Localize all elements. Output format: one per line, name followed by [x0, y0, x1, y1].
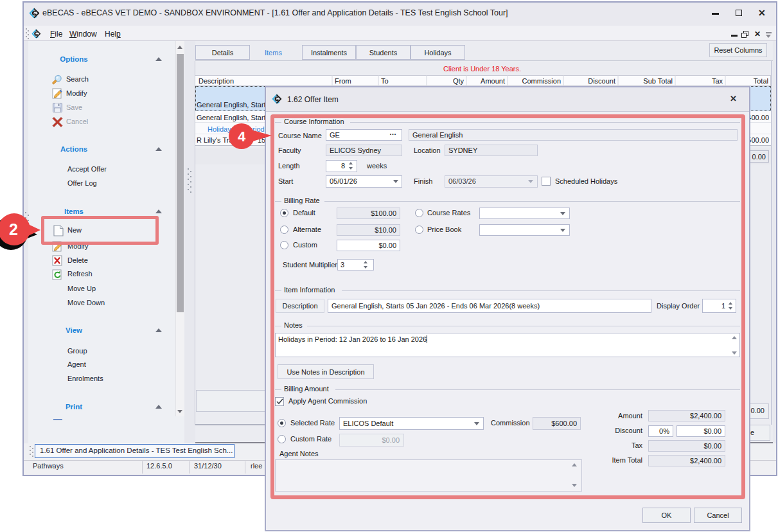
svg-text:2: 2 [9, 220, 18, 238]
svg-text:4: 4 [238, 129, 246, 145]
